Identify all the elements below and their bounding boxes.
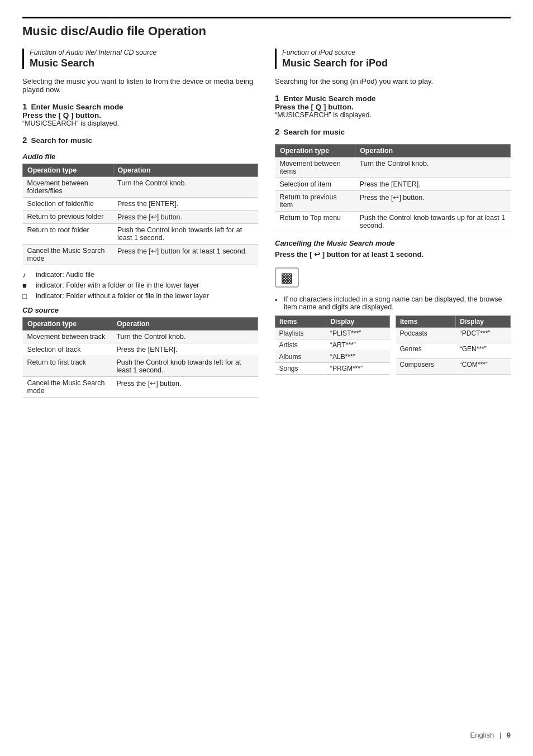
left-step1-num: 1: [22, 102, 27, 111]
items-table1: Items Display Playlists“PLIST***”Artists…: [275, 315, 390, 375]
warning-icon: ▩: [275, 267, 299, 288]
indicator-folder-with-label: indicator: Folder with a folder or file …: [36, 281, 199, 289]
cancel-title: Cancelling the Music Search mode: [275, 239, 511, 247]
table-row: Return to previous folderPress the [↩] b…: [23, 210, 258, 224]
indicator-audio: ♪ indicator: Audio file: [22, 271, 258, 279]
indicator-block: ♪ indicator: Audio file ■ indicator: Fol…: [22, 271, 258, 300]
table-row: Selection of itemPress the [ENTER].: [275, 178, 511, 191]
left-column: Function of Audio file/ Internal CD sour…: [22, 49, 258, 403]
table-row: Selection of folder/filePress the [ENTER…: [23, 198, 258, 210]
left-step2-title: Search for music: [31, 136, 93, 145]
footer: English | 9: [470, 731, 511, 739]
cd-source-label: CD source: [22, 306, 258, 314]
table-row: Return to Top menuPush the Control knob …: [275, 212, 511, 232]
table-row: Cancel the Music Search modePress the [↩…: [23, 245, 258, 265]
table-row: Songs“PRGM***”: [275, 363, 390, 375]
audio-col2-header: Operation: [113, 164, 258, 177]
table-row: Albums“ALB***”: [275, 351, 390, 363]
audio-col1-header: Operation type: [23, 164, 113, 177]
right-step1: 1 Enter Music Search mode Press the [ Q …: [275, 93, 511, 119]
left-step2-num: 2: [22, 135, 27, 145]
cd-col2-header: Operation: [112, 318, 258, 331]
bullet-note-text: If no characters included in a song name…: [284, 295, 511, 311]
ipod-table: Operation type Operation Movement betwee…: [275, 144, 511, 232]
left-section-heading: Music Search: [30, 58, 258, 69]
table-row: Return to root folderPush the Control kn…: [23, 224, 258, 245]
bullet-note: • If no characters included in a song na…: [275, 295, 511, 311]
cancel-desc: Press the [ ↩ ] button for at least 1 se…: [275, 250, 511, 259]
indicator-audio-label: indicator: Audio file: [36, 271, 94, 279]
right-step1-note: “MUSICSEARCH” is displayed.: [275, 111, 511, 119]
table-row: Podcasts“PDCT***”: [396, 328, 511, 343]
table-row: Genres“GEN***”: [396, 343, 511, 359]
left-step1-note: “MUSICSEARCH” is displayed.: [22, 119, 258, 127]
right-section-italic: Function of iPod source: [282, 49, 511, 56]
footer-lang: English: [470, 731, 494, 739]
table-row: Return to previous itemPress the [↩] but…: [275, 191, 511, 212]
right-section-heading: Music Search for iPod: [282, 58, 511, 69]
footer-page: 9: [507, 731, 511, 739]
indicator-folder-with: ■ indicator: Folder with a folder or fil…: [22, 281, 258, 290]
right-step1-num: 1: [275, 93, 279, 103]
page-title: Music disc/Audio file Operation: [22, 17, 511, 39]
filled-square-icon: ■: [22, 281, 32, 290]
left-step2: 2 Search for music: [22, 135, 258, 145]
items-table2: Items Display Podcasts“PDCT***”Genres“GE…: [396, 315, 511, 375]
table-row: Composers“COM***”: [396, 359, 511, 375]
right-column: Function of iPod source Music Search for…: [275, 49, 511, 403]
left-section-desc: Selecting the music you want to listen t…: [22, 77, 258, 94]
table-row: Movement between trackTurn the Control k…: [23, 331, 258, 343]
ipod-col2-header: Operation: [355, 145, 511, 157]
left-step1-title: Enter Music Search mode: [31, 103, 123, 111]
items-t2-col1: Items: [396, 316, 456, 328]
cd-col1-header: Operation type: [23, 318, 112, 331]
items-t1-col2: Display: [326, 316, 390, 328]
right-step2: 2 Search for music: [275, 127, 511, 136]
left-section-italic: Function of Audio file/ Internal CD sour…: [30, 49, 258, 56]
empty-square-icon: □: [22, 292, 32, 300]
table-row: Cancel the Music Search modePress the [↩…: [23, 377, 258, 398]
music-note-icon: ♪: [22, 271, 32, 279]
items-t1-col1: Items: [275, 316, 326, 328]
right-step1-title: Enter Music Search mode: [284, 94, 376, 103]
right-step1-sub: Press the [ Q ] button.: [275, 103, 511, 111]
indicator-folder-without: □ indicator: Folder without a folder or …: [22, 292, 258, 300]
cd-source-table: Operation type Operation Movement betwee…: [22, 317, 258, 398]
items-display-tables: Items Display Playlists“PLIST***”Artists…: [275, 315, 511, 380]
right-section-desc: Searching for the song (in iPod) you wan…: [275, 77, 511, 85]
table-row: Movement between folders/filesTurn the C…: [23, 177, 258, 198]
table-row: Artists“ART***”: [275, 339, 390, 351]
table-row: Playlists“PLIST***”: [275, 328, 390, 339]
ipod-col1-header: Operation type: [275, 145, 355, 157]
table-row: Movement between itemsTurn the Control k…: [275, 157, 511, 178]
table-row: Selection of trackPress the [ENTER].: [23, 343, 258, 356]
audio-file-label: Audio file: [22, 152, 258, 161]
indicator-folder-without-label: indicator: Folder without a folder or fi…: [36, 292, 209, 300]
bullet-icon: •: [275, 296, 280, 304]
left-step1: 1 Enter Music Search mode Press the [ Q …: [22, 102, 258, 127]
cancel-block: Cancelling the Music Search mode Press t…: [275, 239, 511, 259]
audio-file-table: Operation type Operation Movement betwee…: [22, 164, 258, 265]
table-row: Return to first trackPush the Control kn…: [23, 356, 258, 377]
right-step2-title: Search for music: [284, 128, 345, 136]
left-step1-sub: Press the [ Q ] button.: [22, 111, 258, 119]
right-step2-num: 2: [275, 127, 279, 136]
footer-separator: |: [499, 731, 501, 739]
items-t2-col2: Display: [456, 316, 511, 328]
